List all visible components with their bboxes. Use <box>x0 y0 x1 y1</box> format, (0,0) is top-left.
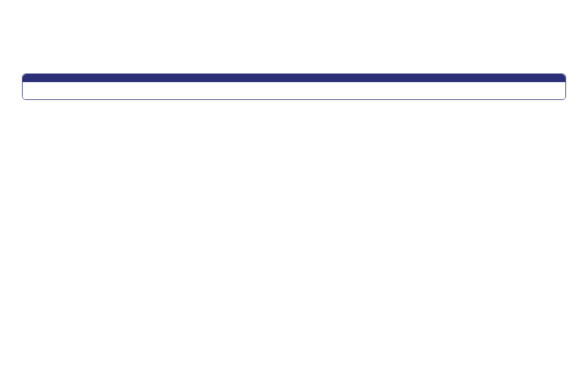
slide-content <box>0 20 588 100</box>
example-block <box>22 74 566 100</box>
block-body <box>23 82 565 99</box>
slide-title <box>0 2 588 20</box>
block-title <box>23 74 565 82</box>
